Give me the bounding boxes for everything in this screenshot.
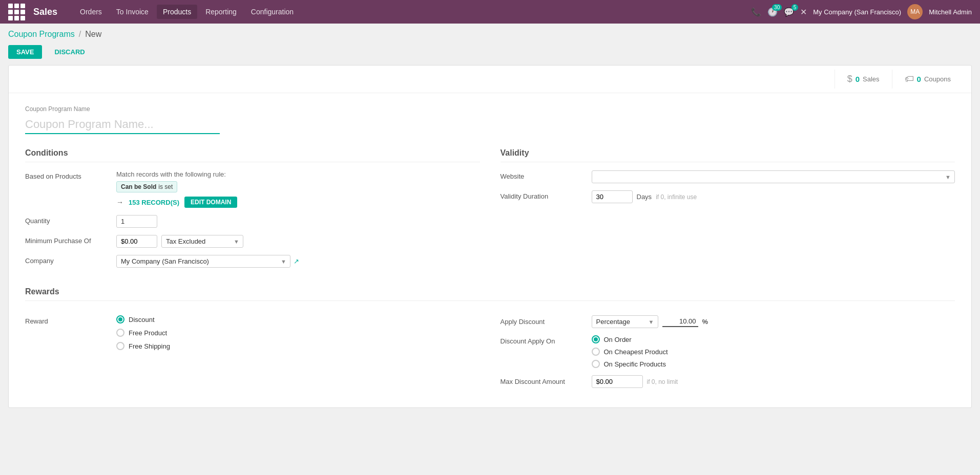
reward-radio-group: Discount Free Product Free Shipping bbox=[116, 315, 480, 350]
rewards-two-col: Reward Discount Free Product bbox=[25, 315, 955, 395]
apply-discount-value: Percentage Fixed Amount ▼ % bbox=[592, 315, 955, 328]
discount-on-order-option[interactable]: On Order bbox=[592, 335, 668, 343]
discount-type-select[interactable]: Percentage Fixed Amount bbox=[592, 315, 658, 328]
company-select-wrap: My Company (San Francisco) ▼ bbox=[116, 255, 290, 268]
menu-orders[interactable]: Orders bbox=[74, 5, 108, 19]
max-discount-row: Max Discount Amount if 0, no limit bbox=[501, 375, 955, 388]
menu-configuration[interactable]: Configuration bbox=[245, 5, 300, 19]
infinite-hint: if 0, infinite use bbox=[656, 193, 697, 201]
validity-column: Validity Website ▼ Validity Duration bbox=[501, 148, 955, 275]
menu-reporting[interactable]: Reporting bbox=[199, 5, 243, 19]
apply-discount-row: Apply Discount Percentage Fixed Amount ▼ bbox=[501, 315, 955, 328]
rewards-title: Rewards bbox=[25, 287, 955, 301]
match-rule-text: Match records with the following rule: bbox=[116, 170, 480, 178]
reward-free-shipping-label: Free Shipping bbox=[129, 342, 170, 350]
two-col-layout: Conditions Based on Products Match recor… bbox=[25, 148, 955, 275]
min-purchase-row: Minimum Purchase Of Tax Excluded Tax Inc… bbox=[25, 235, 480, 248]
user-name: Mitchell Admin bbox=[929, 8, 972, 16]
quantity-value bbox=[116, 215, 480, 228]
reward-left: Reward Discount Free Product bbox=[25, 315, 480, 395]
discount-on-order-radio[interactable] bbox=[592, 335, 600, 343]
discount-on-cheapest-option[interactable]: On Cheapest Product bbox=[592, 348, 668, 356]
discount-on-specific-radio[interactable] bbox=[592, 360, 600, 368]
external-link-icon[interactable]: ↗ bbox=[294, 257, 299, 265]
app-grid-menu[interactable] bbox=[8, 4, 25, 20]
validity-inline: Days if 0, infinite use bbox=[592, 190, 955, 203]
min-purchase-label: Minimum Purchase Of bbox=[25, 235, 112, 245]
max-discount-input[interactable] bbox=[592, 375, 643, 388]
domain-filter: Can be Sold is set bbox=[116, 181, 480, 192]
quantity-row: Quantity bbox=[25, 215, 480, 228]
apply-discount-label: Apply Discount bbox=[501, 318, 588, 326]
reward-free-product-label: Free Product bbox=[129, 329, 167, 337]
tax-select[interactable]: Tax Excluded Tax Included bbox=[161, 235, 243, 248]
close-icon[interactable]: ✕ bbox=[800, 7, 807, 17]
sales-stat[interactable]: $ 0 Sales bbox=[835, 70, 892, 89]
program-name-input[interactable] bbox=[25, 116, 220, 134]
conditions-title: Conditions bbox=[25, 148, 480, 162]
form-area: Coupon Program Name Conditions Based on … bbox=[9, 93, 971, 407]
percent-sign: % bbox=[702, 318, 708, 326]
discount-value-input[interactable] bbox=[662, 316, 698, 327]
discount-on-specific-label: On Specific Products bbox=[604, 360, 666, 368]
website-select[interactable] bbox=[592, 170, 955, 183]
discount-type-wrap: Percentage Fixed Amount ▼ bbox=[592, 315, 658, 328]
user-avatar[interactable]: MA bbox=[907, 4, 923, 19]
company-name: My Company (San Francisco) bbox=[813, 8, 901, 16]
arrow-right-icon: → bbox=[116, 198, 123, 206]
reward-label: Reward bbox=[25, 315, 112, 325]
sales-label: Sales bbox=[863, 75, 880, 83]
edit-domain-button[interactable]: EDIT DOMAIN bbox=[184, 197, 237, 208]
reward-free-shipping-radio[interactable] bbox=[116, 342, 124, 350]
validity-duration-label: Validity Duration bbox=[501, 190, 588, 200]
min-purchase-fields: Tax Excluded Tax Included ▼ bbox=[116, 235, 480, 248]
reward-free-product-radio[interactable] bbox=[116, 329, 124, 337]
coupon-icon: 🏷 bbox=[905, 74, 914, 84]
sales-count: 0 bbox=[856, 75, 860, 83]
breadcrumb: Coupon Programs / New bbox=[0, 24, 980, 43]
coupons-count: 0 bbox=[917, 75, 921, 83]
discard-button[interactable]: DISCARD bbox=[46, 45, 93, 59]
reward-discount-option[interactable]: Discount bbox=[116, 315, 480, 323]
company-label: Company bbox=[25, 255, 112, 265]
chat-badge: 5 bbox=[791, 4, 799, 11]
max-discount-hint: if 0, no limit bbox=[647, 378, 678, 385]
company-row: Company My Company (San Francisco) ▼ ↗ bbox=[25, 255, 480, 268]
phone-icon[interactable]: 📞 bbox=[751, 7, 761, 17]
program-name-field: Coupon Program Name bbox=[25, 105, 955, 134]
validity-duration-input[interactable] bbox=[592, 190, 633, 203]
dollar-icon: $ bbox=[847, 74, 852, 84]
coupons-label: Coupons bbox=[924, 75, 951, 83]
quantity-label: Quantity bbox=[25, 215, 112, 225]
breadcrumb-separator: / bbox=[79, 30, 81, 39]
reward-free-product-option[interactable]: Free Product bbox=[116, 329, 480, 337]
brand-name: Sales bbox=[33, 7, 57, 17]
min-purchase-input[interactable] bbox=[116, 235, 157, 248]
discount-on-order-label: On Order bbox=[604, 336, 632, 343]
menu-products[interactable]: Products bbox=[157, 5, 197, 19]
reward-free-shipping-option[interactable]: Free Shipping bbox=[116, 342, 480, 350]
filter-tag-operator: is set bbox=[158, 183, 173, 190]
discount-on-cheapest-radio[interactable] bbox=[592, 348, 600, 356]
quantity-input[interactable] bbox=[116, 215, 157, 228]
program-name-label: Coupon Program Name bbox=[25, 105, 955, 113]
company-select[interactable]: My Company (San Francisco) bbox=[116, 255, 290, 268]
discount-on-specific-option[interactable]: On Specific Products bbox=[592, 360, 668, 368]
menu-to-invoice[interactable]: To Invoice bbox=[110, 5, 155, 19]
discount-apply-on-label: Discount Apply On bbox=[501, 335, 588, 345]
website-value: ▼ bbox=[592, 170, 955, 183]
reward-right: Apply Discount Percentage Fixed Amount ▼ bbox=[501, 315, 955, 395]
company-wrap: My Company (San Francisco) ▼ ↗ bbox=[116, 255, 480, 268]
save-button[interactable]: SAVE bbox=[8, 45, 42, 59]
chat-badge-wrap[interactable]: 💬 5 bbox=[784, 7, 794, 17]
reward-discount-radio[interactable] bbox=[116, 315, 124, 323]
based-on-products-value: Match records with the following rule: C… bbox=[116, 170, 480, 208]
breadcrumb-parent[interactable]: Coupon Programs bbox=[8, 30, 75, 39]
records-link[interactable]: 153 RECORD(S) bbox=[129, 199, 179, 206]
rewards-section: Rewards Reward Discount bbox=[25, 287, 955, 395]
clock-badge-wrap[interactable]: 🕐 30 bbox=[767, 7, 778, 17]
max-discount-label: Max Discount Amount bbox=[501, 378, 588, 385]
coupons-stat[interactable]: 🏷 0 Coupons bbox=[892, 70, 963, 89]
days-text: Days bbox=[637, 193, 652, 201]
discount-apply-on-radio-group: On Order On Cheapest Product On Specific… bbox=[592, 335, 668, 368]
